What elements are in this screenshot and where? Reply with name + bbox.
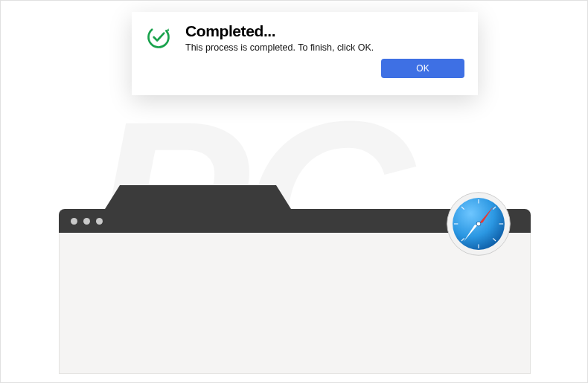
ok-button[interactable]: OK [381, 59, 464, 78]
check-circle-icon [145, 24, 172, 51]
svg-point-15 [476, 222, 481, 226]
dialog-text-block: Completed... This process is completed. … [185, 22, 464, 53]
svg-point-0 [145, 24, 172, 51]
dialog-body: Completed... This process is completed. … [145, 22, 464, 53]
dialog-actions: OK [145, 59, 464, 78]
compass-icon [444, 190, 513, 258]
dialog-title: Completed... [185, 22, 464, 40]
browser-tab [105, 185, 291, 209]
dialog-message: This process is completed. To finish, cl… [185, 42, 464, 53]
completed-dialog: Completed... This process is completed. … [132, 12, 478, 95]
window-dot-3 [96, 218, 103, 225]
window-dot-2 [83, 218, 90, 225]
window-dot-1 [71, 218, 77, 225]
